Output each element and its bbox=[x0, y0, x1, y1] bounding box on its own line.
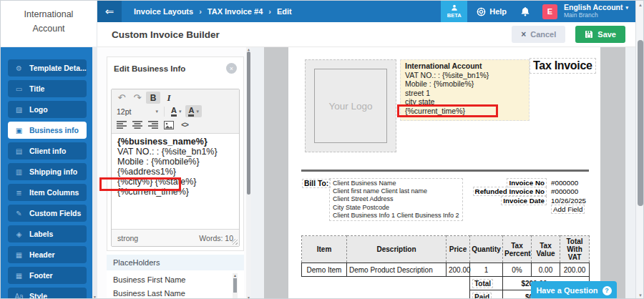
placeholders-scrollbar[interactable]: ▲ bbox=[233, 273, 238, 299]
sidebar-item-shipping-info[interactable]: ▥ Shipping info bbox=[8, 163, 87, 180]
question-icon: ? bbox=[602, 286, 612, 295]
invoice-title[interactable]: Tax Invoice bbox=[530, 58, 596, 74]
invoice-no-label[interactable]: Invoice No bbox=[507, 178, 547, 187]
tag-icon: ◈ bbox=[14, 230, 24, 238]
notifications-bell-button[interactable] bbox=[521, 7, 530, 16]
sidebar-item-footer[interactable]: ▦ Footer bbox=[8, 267, 87, 284]
current-time-placeholder: {%current_time%} bbox=[405, 107, 525, 116]
business-name-line: {%business_name%} bbox=[117, 137, 233, 147]
placeholders-title: PlaceHolders bbox=[107, 255, 244, 270]
breadcrumb: Invoice Layouts › TAX Invoice #4 › Edit bbox=[134, 7, 292, 16]
sidebar-item-style[interactable]: Aa Style bbox=[8, 288, 87, 299]
sidebar-item-logo[interactable]: ▨ Logo bbox=[8, 101, 87, 118]
save-disk-icon bbox=[585, 30, 593, 39]
avatar[interactable]: E bbox=[542, 4, 557, 19]
scroll-down-icon: ▼ bbox=[246, 295, 251, 299]
briefcase-icon: ▣ bbox=[14, 127, 24, 134]
background-color-button[interactable]: A ▾ bbox=[185, 105, 201, 117]
panel-scrollbar[interactable]: ▲ ▼ bbox=[246, 47, 251, 299]
sidebar-scrollbar[interactable]: ▼ bbox=[92, 47, 97, 299]
sidebar-item-header[interactable]: ▦ Header bbox=[8, 246, 87, 263]
save-label: Save bbox=[597, 30, 616, 39]
font-size-select[interactable]: 12pt ▾ bbox=[114, 107, 160, 116]
account-name-box: International Account bbox=[1, 1, 97, 47]
col-total-with-vat[interactable]: Total With VAT bbox=[560, 236, 590, 263]
paid-label[interactable]: Paid bbox=[472, 293, 492, 299]
breadcrumb-tax-invoice[interactable]: TAX Invoice #4 bbox=[208, 7, 263, 16]
sidebar-item-labels[interactable]: ◈ Labels bbox=[8, 225, 87, 242]
italic-button[interactable]: I bbox=[162, 92, 176, 104]
resize-handle[interactable] bbox=[232, 239, 238, 245]
back-button[interactable]: ⇐ bbox=[97, 1, 122, 22]
sidebar-item-business-info[interactable]: ▣ Business info bbox=[8, 122, 87, 139]
col-description[interactable]: Description bbox=[347, 236, 447, 263]
text-color-button[interactable]: A ▾ bbox=[168, 105, 184, 117]
word-count: Words: 10 bbox=[199, 234, 233, 242]
sidebar-item-title[interactable]: ▭ Title bbox=[8, 80, 87, 97]
page-scrollbar[interactable]: ▲ ▼ bbox=[635, 1, 644, 299]
element-path: strong bbox=[117, 234, 138, 242]
redo-button[interactable]: ↷ bbox=[130, 92, 145, 104]
font-style-icon: Aa bbox=[14, 293, 24, 299]
code-view-button[interactable]: <> bbox=[177, 119, 192, 131]
help-button[interactable]: Help bbox=[477, 7, 507, 16]
logo-placeholder-label: Your Logo bbox=[328, 101, 372, 112]
align-center-button[interactable] bbox=[130, 119, 145, 131]
invoice-date-label[interactable]: Invoice Date bbox=[501, 196, 547, 205]
invoice-meta: Invoice No #000000 Refunded Invoice No #… bbox=[460, 179, 589, 215]
close-icon[interactable]: × bbox=[226, 63, 237, 74]
page-header: Custom Invoice Builder × Cancel Save bbox=[97, 22, 635, 47]
beta-label: BETA bbox=[447, 12, 462, 19]
truck-icon: ▥ bbox=[14, 168, 24, 176]
align-right-button[interactable] bbox=[146, 119, 160, 131]
add-field-button[interactable]: Add Field bbox=[551, 205, 585, 214]
scroll-up-icon: ▲ bbox=[233, 273, 238, 278]
have-a-question-button[interactable]: Have a Question ? bbox=[531, 281, 617, 299]
refunded-invoice-no-label[interactable]: Refunded Invoice No bbox=[473, 187, 547, 196]
breadcrumb-edit[interactable]: Edit bbox=[277, 7, 292, 16]
topbar: ⇐ Invoice Layouts › TAX Invoice #4 › Edi… bbox=[97, 1, 635, 22]
branch-label: Main Branch bbox=[564, 11, 628, 19]
business-info-block[interactable]: International Account VAT NO.: : {%site_… bbox=[400, 59, 530, 121]
logo-placeholder[interactable]: Your Logo bbox=[305, 59, 396, 152]
sidebar-item-item-columns[interactable]: ≣ Item Columns bbox=[8, 184, 87, 201]
sidebar-item-template-details[interactable]: ⚙ Template Deta... bbox=[8, 59, 87, 77]
placeholder-business-last-name[interactable]: Business Last Name bbox=[107, 284, 244, 298]
total-label[interactable]: Total bbox=[472, 279, 493, 288]
chevron-down-icon: ▾ bbox=[179, 109, 182, 114]
breadcrumb-separator: › bbox=[199, 7, 202, 16]
bold-button[interactable]: B bbox=[146, 92, 160, 104]
col-price[interactable]: Price bbox=[447, 236, 470, 263]
client-info-block[interactable]: Client Business Name Client first name C… bbox=[329, 178, 463, 221]
col-item[interactable]: Item bbox=[302, 236, 347, 263]
id-card-icon: ▤ bbox=[14, 147, 24, 155]
col-tax-percent[interactable]: Tax Percent bbox=[503, 236, 532, 263]
align-left-button[interactable] bbox=[114, 119, 129, 131]
vat-line: VAT NO.: : {%site_bn1%} bbox=[117, 147, 233, 157]
placeholder-business-first-name[interactable]: Business First Name bbox=[107, 270, 244, 284]
have-a-question-label: Have a Question bbox=[536, 286, 597, 295]
table-icon: ▦ bbox=[14, 251, 24, 259]
beta-badge[interactable]: BETA bbox=[441, 1, 467, 22]
cancel-button[interactable]: × Cancel bbox=[512, 26, 565, 43]
sidebar: ⚙ Template Deta... ▭ Title ▨ Logo ▣ Busi… bbox=[1, 47, 92, 299]
address-line: {%address1%} bbox=[117, 167, 233, 177]
sidebar-item-client-info[interactable]: ▤ Client info bbox=[8, 142, 87, 160]
editor-toolbar: ↶ ↷ B I 12pt ▾ A ▾ A bbox=[112, 89, 239, 134]
bill-to-label[interactable]: Bill To: bbox=[302, 179, 331, 188]
col-quantity[interactable]: Quantity bbox=[470, 236, 503, 263]
breadcrumb-invoice-layouts[interactable]: Invoice Layouts bbox=[134, 7, 193, 16]
image-icon: ▨ bbox=[14, 106, 24, 114]
editor-content[interactable]: {%business_name%} VAT NO.: : {%site_bn1%… bbox=[112, 134, 239, 229]
save-button[interactable]: Save bbox=[575, 26, 625, 43]
insert-image-button[interactable] bbox=[162, 119, 176, 131]
life-ring-icon bbox=[477, 7, 486, 16]
account-menu[interactable]: English Account ▾ Main Branch bbox=[564, 4, 628, 19]
col-tax-value[interactable]: Tax Value bbox=[532, 236, 560, 263]
scrollbar-thumb[interactable] bbox=[638, 40, 643, 206]
page-title: Custom Invoice Builder bbox=[112, 29, 220, 40]
list-icon: ≣ bbox=[14, 189, 24, 197]
sidebar-item-custom-fields[interactable]: ✎ Custom Fields bbox=[8, 205, 87, 222]
scrollbar-thumb[interactable] bbox=[247, 52, 250, 195]
undo-button[interactable]: ↶ bbox=[114, 92, 129, 104]
